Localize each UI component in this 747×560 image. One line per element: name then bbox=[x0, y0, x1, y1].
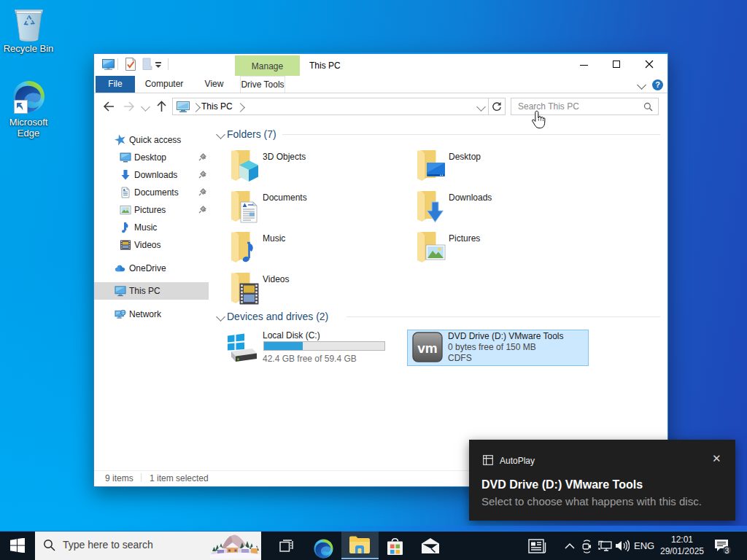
svg-text:3: 3 bbox=[725, 546, 729, 555]
svg-text:vm: vm bbox=[417, 341, 437, 356]
